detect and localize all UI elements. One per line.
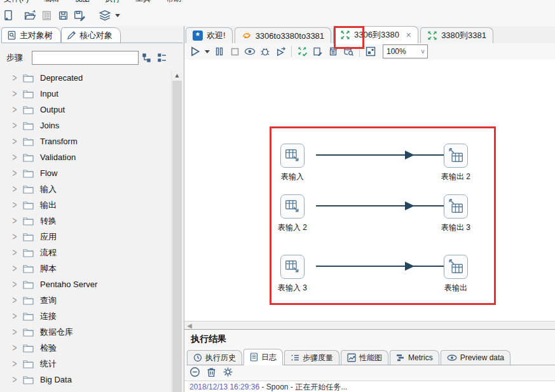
clear-log-trash-icon[interactable]: [207, 367, 216, 377]
chevron-right-icon[interactable]: >: [10, 119, 19, 131]
tab-welcome[interactable]: * 欢迎!: [186, 27, 233, 43]
open-file-button[interactable]: [22, 7, 38, 24]
tab-main-object-tree[interactable]: 主对象树: [1, 27, 61, 43]
tab-close-icon[interactable]: ✕: [406, 31, 411, 39]
step-table-input-2[interactable]: 表输入 2: [268, 194, 317, 233]
step-table-output-4[interactable]: 表输出: [432, 255, 480, 294]
tab-job-3306to3380to3381[interactable]: 3306to3380to3381: [235, 27, 331, 43]
debug-button[interactable]: [258, 44, 272, 58]
expand-tree-icon[interactable]: [142, 53, 152, 63]
collapse-all-icon[interactable]: [189, 367, 200, 377]
transformation-canvas[interactable]: 表输入 表输出 2 表输入 2 表输出 3: [184, 60, 555, 321]
tree-item-deprecated[interactable]: >Deprecated: [1, 70, 171, 86]
perspectives-button[interactable]: [97, 7, 113, 24]
menu-tools[interactable]: 工具: [135, 0, 151, 4]
canvas-h-scrollbar[interactable]: ◀: [184, 321, 555, 330]
chevron-right-icon[interactable]: >: [10, 247, 19, 258]
menu-help[interactable]: 帮助: [166, 0, 181, 4]
chevron-right-icon[interactable]: >: [10, 262, 19, 274]
tab-label: 欢迎!: [207, 30, 226, 41]
menu-file[interactable]: 文件(F): [4, 0, 29, 4]
tree-item-flow[interactable]: >Flow: [1, 165, 171, 181]
chevron-right-icon[interactable]: >: [10, 167, 19, 179]
chevron-right-icon[interactable]: >: [10, 135, 19, 147]
left-panel-scrollbar[interactable]: ▲: [171, 70, 182, 392]
tab-performance-graph[interactable]: 性能图: [341, 350, 388, 365]
tree-item-joins[interactable]: >Joins: [1, 118, 171, 133]
step-table-input-3[interactable]: 表输入 3: [268, 255, 317, 294]
run-options-caret-button[interactable]: [203, 44, 211, 58]
tree-item-statistics[interactable]: >统计: [1, 356, 171, 372]
perspectives-caret-button[interactable]: [113, 7, 122, 24]
steps-search-input[interactable]: [32, 51, 139, 65]
new-file-button[interactable]: [0, 7, 17, 24]
tree-item-partial[interactable]: >: [1, 388, 171, 392]
tab-preview-data[interactable]: Preview data: [441, 350, 510, 365]
step-table-input[interactable]: 表输入: [268, 144, 317, 182]
step-table-output-3[interactable]: 表输出 3: [432, 194, 480, 233]
tree-item-validate-cn[interactable]: >检验: [1, 340, 171, 356]
menu-view[interactable]: 视图: [74, 0, 90, 4]
folder-icon: [23, 74, 34, 83]
open-folder-icon: [24, 10, 36, 21]
tree-item-input-en[interactable]: >Input: [1, 86, 171, 102]
scroll-left-arrow-icon[interactable]: ◀: [184, 322, 195, 329]
stop-button[interactable]: [228, 44, 242, 58]
tree-item-joins-cn[interactable]: >连接: [1, 308, 171, 324]
tree-item-big-data[interactable]: >Big Data: [1, 372, 171, 388]
tree-item-output-cn[interactable]: >输出: [1, 197, 171, 213]
chevron-right-icon[interactable]: >: [10, 389, 19, 392]
chevron-right-icon[interactable]: >: [10, 278, 19, 290]
chevron-right-icon[interactable]: >: [10, 231, 19, 242]
chevron-right-icon[interactable]: >: [10, 310, 19, 321]
log-settings-gear-icon[interactable]: [223, 367, 233, 377]
tree-item-convert[interactable]: >转换: [1, 213, 171, 229]
menu-action[interactable]: 执行: [105, 0, 120, 4]
tab-transformation-3380to3381[interactable]: 3380到3381: [420, 27, 493, 43]
chevron-right-icon[interactable]: >: [10, 374, 19, 385]
tab-logging[interactable]: 日志: [243, 349, 283, 365]
tree-item-process[interactable]: >流程: [1, 245, 171, 260]
replay-button[interactable]: [273, 44, 287, 58]
save-button[interactable]: [55, 7, 71, 24]
tree-item-input-cn[interactable]: >输入: [1, 181, 171, 197]
zoom-select[interactable]: 100% ˅: [383, 44, 428, 58]
chevron-right-icon[interactable]: >: [10, 151, 19, 163]
verify-transformation-button[interactable]: [296, 44, 310, 58]
tree-item-transform[interactable]: >Transform: [1, 133, 171, 149]
chevron-right-icon[interactable]: >: [10, 342, 19, 353]
chevron-right-icon[interactable]: >: [10, 215, 19, 226]
explore-repository-button[interactable]: [38, 7, 55, 24]
run-button[interactable]: [188, 44, 202, 58]
chevron-right-icon[interactable]: >: [10, 358, 19, 369]
tab-core-objects[interactable]: 核心对象: [61, 27, 121, 43]
tab-execution-history[interactable]: 执行历史: [187, 350, 242, 365]
chevron-right-icon[interactable]: >: [10, 104, 19, 115]
chevron-right-icon[interactable]: >: [10, 199, 19, 210]
tree-item-validation[interactable]: >Validation: [1, 149, 171, 165]
menu-edit[interactable]: 编辑: [44, 0, 59, 4]
tree-item-output-en[interactable]: >Output: [1, 102, 171, 118]
tab-step-metrics[interactable]: 步骤度量: [284, 350, 339, 365]
chevron-right-icon[interactable]: >: [10, 72, 19, 83]
chevron-right-icon[interactable]: >: [10, 326, 19, 337]
tab-metrics[interactable]: Metrics: [390, 350, 439, 365]
chevron-right-icon[interactable]: >: [10, 183, 19, 194]
tree-item-pentaho-server[interactable]: >Pentaho Server: [1, 276, 171, 292]
scroll-up-arrow-icon[interactable]: ▲: [172, 70, 182, 81]
step-table-output[interactable]: 表输出 2: [432, 144, 480, 182]
gantt-bars-icon: [396, 353, 405, 362]
preview-button[interactable]: [243, 44, 257, 58]
scrollbar-thumb[interactable]: [172, 81, 182, 392]
pause-button[interactable]: [212, 44, 226, 58]
tree-item-data-warehouse[interactable]: >数据仓库: [1, 324, 171, 340]
tree-item-utility[interactable]: >应用: [1, 229, 171, 245]
chevron-right-icon[interactable]: >: [10, 294, 19, 306]
show-results-button[interactable]: [364, 44, 378, 58]
collapse-tree-icon[interactable]: [157, 53, 167, 63]
chevron-right-icon[interactable]: >: [10, 88, 19, 99]
tree-item-scripting[interactable]: >脚本: [1, 260, 171, 276]
impact-analysis-button[interactable]: [311, 44, 325, 58]
save-as-button[interactable]: [71, 7, 88, 24]
tree-item-lookup[interactable]: >查询: [1, 292, 171, 308]
